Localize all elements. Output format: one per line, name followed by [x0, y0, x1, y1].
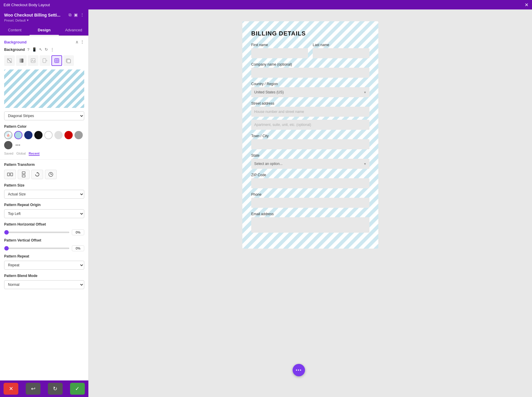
country-row: Country / Region United States (US): [251, 82, 369, 97]
color-swatch-darkblue[interactable]: [24, 131, 33, 139]
color-tab-saved[interactable]: Saved: [4, 152, 13, 156]
pattern-slideshow-btn[interactable]: [63, 55, 74, 66]
tab-content[interactable]: Content: [0, 25, 30, 35]
transform-flipv-btn[interactable]: [18, 170, 30, 179]
bg-more-icon[interactable]: ⋮: [50, 47, 54, 52]
section-more-icon[interactable]: ⋮: [80, 40, 84, 44]
country-label: Country / Region: [251, 82, 369, 86]
section-background: Background ∧ ⋮: [0, 36, 88, 46]
bg-label: Background: [4, 48, 25, 52]
pattern-voffset-value[interactable]: [72, 245, 84, 251]
save-button[interactable]: ✓: [70, 383, 85, 395]
last-name-group: Last name: [313, 43, 369, 58]
svg-rect-16: [11, 173, 13, 176]
pattern-blend-label: Pattern Blend Mode: [0, 273, 88, 280]
email-label: Email address: [251, 212, 369, 216]
more-colors-btn[interactable]: •••: [14, 142, 22, 148]
pattern-select[interactable]: Diagonal Stripes Dots Grid Zigzag Crossh…: [4, 111, 84, 120]
pattern-hoffset-value[interactable]: [72, 229, 84, 235]
stripe-pattern: [4, 69, 84, 108]
pattern-repeat-origin-select[interactable]: Top Left Top Center Top Right Center: [4, 209, 84, 218]
pattern-video-btn[interactable]: [40, 55, 50, 66]
pattern-hoffset-slider[interactable]: [4, 232, 69, 233]
color-swatch-lightblue[interactable]: [14, 131, 22, 139]
pattern-color-label: Pattern Color: [0, 123, 88, 130]
close-icon[interactable]: ✕: [525, 2, 528, 8]
state-label: State: [251, 153, 369, 158]
transform-fliph-btn[interactable]: [4, 170, 16, 179]
widget-layout-icon[interactable]: ▣: [74, 12, 78, 17]
pattern-image-btn[interactable]: [28, 55, 38, 66]
redo-button[interactable]: ↻: [48, 383, 63, 395]
pattern-voffset-slider[interactable]: [4, 248, 69, 249]
transform-rotate-btn[interactable]: [31, 170, 43, 179]
bg-reset-icon[interactable]: ↻: [45, 47, 48, 52]
billing-card: BILLING DETAILS First name Last name: [242, 21, 378, 249]
bottom-bar: ✕ ↩ ↻ ✓: [0, 380, 88, 397]
section-collapse-icon[interactable]: ∧: [75, 40, 78, 44]
street2-input[interactable]: [251, 120, 369, 130]
first-name-input[interactable]: [251, 48, 308, 58]
preset-label[interactable]: Preset: Default: [4, 19, 26, 22]
pattern-size-label: Pattern Size: [0, 182, 88, 189]
pattern-type-group: [0, 54, 88, 68]
color-swatch-lightgray[interactable]: [54, 131, 63, 139]
color-picker-btn[interactable]: [4, 131, 12, 139]
top-bar: Edit Checkout Body Layout ✕: [0, 0, 532, 9]
color-swatch-black[interactable]: [34, 131, 43, 139]
cancel-button[interactable]: ✕: [4, 383, 18, 395]
bg-mobile-icon[interactable]: 📱: [32, 47, 37, 52]
fab-button[interactable]: •••: [293, 364, 305, 376]
city-row: Town / City: [251, 134, 369, 149]
pattern-repeat-origin-label: Pattern Repeat Origin: [0, 202, 88, 209]
section-title: Background: [4, 40, 27, 44]
widget-more-icon[interactable]: ⋮: [80, 12, 84, 17]
country-select[interactable]: United States (US): [251, 87, 369, 97]
company-input[interactable]: [251, 68, 369, 78]
sidebar: Woo Checkout Billing Setti... ⧉ ▣ ⋮ Pres…: [0, 9, 89, 397]
tab-design[interactable]: Design: [30, 25, 59, 35]
pattern-none-btn[interactable]: [4, 55, 15, 66]
fab-icon: •••: [296, 368, 302, 372]
zip-input[interactable]: [251, 178, 369, 188]
divider: [0, 159, 88, 160]
last-name-input[interactable]: [313, 48, 369, 58]
color-swatch-white[interactable]: [44, 131, 53, 139]
street-input[interactable]: [251, 107, 369, 117]
svg-rect-5: [43, 59, 46, 63]
first-name-group: First name: [251, 43, 308, 58]
color-tab-global[interactable]: Global: [16, 152, 26, 156]
color-swatch-darkgray[interactable]: [4, 141, 12, 149]
color-swatches: •••: [0, 130, 88, 150]
color-swatch-red[interactable]: [64, 131, 73, 139]
state-group: State Select an option...: [251, 153, 369, 169]
pattern-blend-select[interactable]: Normal Multiply Screen Overlay: [4, 280, 84, 289]
pattern-size-select-row: Actual Size Cover Contain Custom: [0, 189, 88, 202]
svg-rect-19: [22, 175, 25, 177]
undo-button[interactable]: ↩: [26, 383, 40, 395]
preset-chevron: ▾: [27, 18, 29, 22]
pattern-size-select[interactable]: Actual Size Cover Contain Custom: [4, 190, 84, 199]
state-select[interactable]: Select an option...: [251, 159, 369, 169]
zip-row: ZIP Code: [251, 173, 369, 188]
color-swatch-medgray[interactable]: [74, 131, 83, 139]
pattern-repeat-origin-select-row: Top Left Top Center Top Right Center: [0, 209, 88, 221]
pattern-preview: [4, 69, 84, 108]
pattern-select-row: Diagonal Stripes Dots Grid Zigzag Crossh…: [0, 111, 88, 123]
pattern-gradient-btn[interactable]: [16, 55, 27, 66]
email-input[interactable]: [251, 217, 369, 233]
tab-advanced[interactable]: Advanced: [59, 25, 88, 35]
widget-title: Woo Checkout Billing Setti...: [4, 13, 60, 17]
widget-copy-icon[interactable]: ⧉: [69, 12, 72, 17]
bg-help-icon[interactable]: ?: [27, 47, 30, 52]
bg-cursor-icon[interactable]: ↖: [39, 47, 42, 52]
company-label: Company name (optional): [251, 62, 369, 67]
city-input[interactable]: [251, 139, 369, 149]
color-tab-recent[interactable]: Recent: [29, 152, 40, 156]
pattern-pattern-btn[interactable]: [51, 55, 62, 66]
transform-reset-btn[interactable]: [45, 170, 57, 179]
phone-input[interactable]: [251, 198, 369, 208]
pattern-repeat-select[interactable]: Repeat Repeat X Repeat Y No Repeat: [4, 261, 84, 270]
undo-icon: ↩: [31, 385, 35, 392]
pattern-transform-group: [0, 168, 88, 182]
